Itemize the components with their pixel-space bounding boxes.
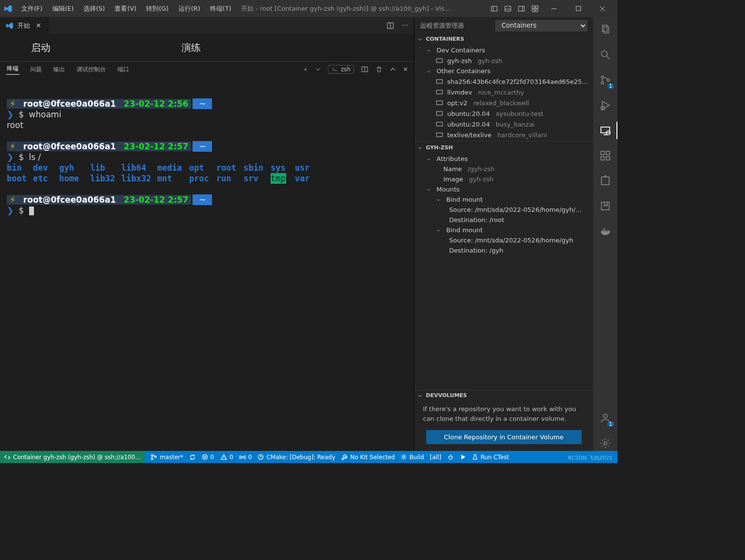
menu-file[interactable]: 文件(F) [17,2,47,15]
layout-customize-icon[interactable] [529,3,541,15]
group-attributes[interactable]: Attributes [414,154,593,164]
welcome-start: 启动 [31,41,50,54]
activity-scm-icon[interactable]: 1 [598,72,613,88]
activity-account-icon[interactable]: 1 [598,410,613,426]
watermark: RCSDN 飞鸡2021 [568,454,613,462]
close-button[interactable] [591,0,614,17]
mount-item[interactable]: Bind mount [414,194,593,205]
status-debug-icon[interactable] [447,454,454,461]
container-item[interactable]: llvmdevnice_mccarthy [414,87,593,97]
status-ctest[interactable]: Run CTest [472,454,509,461]
svg-rect-27 [602,25,607,32]
new-terminal-icon[interactable]: ＋ [303,65,308,74]
container-item[interactable]: ubuntu:20.04busy_banzai [414,119,593,129]
close-panel-icon[interactable]: ✕ [403,66,408,73]
status-problems[interactable]: 0 0 [202,454,233,461]
activity-remote-icon[interactable] [598,123,613,138]
menu-goto[interactable]: 转到(G) [142,2,172,15]
panel-tab-debug[interactable]: 调试控制台 [76,65,107,74]
activity-explorer-icon[interactable] [598,22,613,37]
group-other-containers[interactable]: Other Containers [414,66,593,76]
container-item[interactable]: ubuntu:20.04aysubuntu-test [414,108,593,119]
activity-extensions-icon[interactable] [598,148,613,163]
menu-edit[interactable]: 编辑(E) [49,2,78,15]
kill-terminal-icon[interactable] [375,66,383,73]
terminal-dropdown-icon[interactable] [315,66,321,72]
terminal-shell-indicator[interactable]: zsh [328,65,354,74]
more-actions-icon[interactable]: ··· [402,22,408,29]
split-terminal-icon[interactable] [361,65,369,73]
group-dev-containers[interactable]: Dev Containers [414,45,593,55]
terminal-shell-name: zsh [341,66,351,73]
mount-destination: Destination: /root [414,215,593,225]
activity-projects-icon[interactable] [598,173,613,189]
section-selected-container[interactable]: GYH-ZSH [414,141,593,153]
status-remote[interactable]: Container gyh-zsh (gyh-zsh) @ ssh://a100… [0,451,145,463]
maximize-panel-icon[interactable] [389,66,396,73]
container-icon [436,110,443,117]
container-item[interactable]: opt:v2relaxed_blackwell [414,97,593,108]
layout-bottom-icon[interactable] [502,3,514,15]
mount-item[interactable]: Bind mount [414,225,593,235]
menu-view[interactable]: 查看(V) [111,2,140,15]
menu-run[interactable]: 运行(R) [175,2,204,15]
menu-select[interactable]: 选择(S) [80,2,109,15]
status-ports[interactable]: 0 [239,454,252,461]
remote-type-dropdown[interactable]: Containers [495,20,587,32]
status-kit[interactable]: No Kit Selected [341,454,395,461]
status-branch[interactable]: master* [150,454,183,461]
devvolumes-header[interactable]: DEVVOLUMES [414,390,593,400]
layout-right-icon[interactable] [516,3,527,15]
svg-rect-28 [604,27,609,33]
tab-close-icon[interactable]: ✕ [34,21,43,30]
vscode-logo-icon [6,22,14,30]
container-item[interactable]: texlive/texlivehardcore_villani [414,129,593,140]
vscode-logo-icon [4,4,13,13]
minimize-button[interactable] [543,0,565,17]
status-build-target[interactable]: [all] [430,454,441,461]
activity-run-icon[interactable] [598,97,613,113]
status-build[interactable]: Build [401,454,424,461]
status-sync[interactable] [189,454,196,461]
svg-rect-40 [601,157,604,160]
panel-tab-ports[interactable]: 端口 [116,65,130,74]
container-item[interactable]: sha256:43b6c4fce72f2fd703164aed65e25… [414,76,593,87]
layout-left-icon[interactable] [488,3,500,15]
activity-settings-icon[interactable] [598,435,613,451]
svg-rect-22 [437,90,442,94]
panel-tab-problems[interactable]: 问题 [29,65,43,74]
panel-tab-output[interactable]: 输出 [52,65,66,74]
status-run-icon[interactable] [460,454,466,460]
svg-rect-26 [437,133,442,137]
svg-rect-46 [603,230,605,232]
section-containers[interactable]: CONTAINERS [414,34,593,44]
activity-docker-icon[interactable] [598,224,613,239]
status-cmake[interactable]: CMake: [Debug]: Ready [258,454,335,461]
clone-in-volume-button[interactable]: Clone Repository in Container Volume [426,430,582,444]
split-editor-icon[interactable] [387,22,394,30]
svg-rect-23 [437,101,442,105]
group-mounts[interactable]: Mounts [414,184,593,194]
svg-point-32 [601,82,604,84]
svg-point-49 [603,414,607,418]
menu-terminal[interactable]: 终端(T) [206,2,235,15]
svg-rect-7 [535,6,538,8]
section-devvolumes: DEVVOLUMES If there's a repository you w… [414,390,593,451]
activity-bookmark-icon[interactable] [598,198,613,214]
activity-search-icon[interactable] [598,47,613,63]
mount-source: Source: /mnt/sda/2022-0526/home/gyh [414,235,593,245]
remote-explorer-header: 远程资源管理器 Containers [414,17,593,34]
tab-welcome[interactable]: 开始 ✕ [0,17,49,34]
svg-point-31 [601,76,604,79]
container-icon [436,120,443,128]
panel-tab-terminal[interactable]: 终端 [6,64,19,75]
svg-point-63 [449,456,452,459]
svg-point-50 [604,442,607,445]
window-title: 开始 - root [Container gyh-zsh (gyh-zsh)] … [241,4,486,13]
svg-point-52 [151,458,153,460]
maximize-button[interactable] [567,0,589,17]
container-gyh-zsh[interactable]: gyh-zshgyh-zsh [414,55,593,66]
svg-line-30 [607,56,610,59]
terminal-view[interactable]: ⚡ root@0fcee0a066a1 23-02-12 2:56~ ❯ $ w… [0,77,414,451]
container-icon [436,99,443,107]
